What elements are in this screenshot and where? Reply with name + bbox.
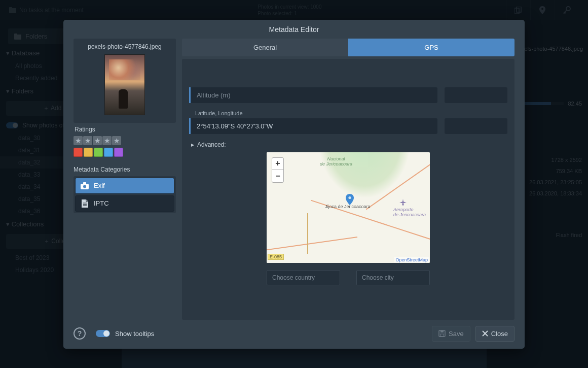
gps-form: Latitude, Longitude ▸ Advanced: (182, 59, 514, 320)
map-zoom-out[interactable]: − (272, 170, 283, 182)
map-route-tag: E-085 (268, 254, 284, 260)
map-zoom-controls: + − (272, 157, 284, 183)
map-pin-icon (346, 194, 354, 205)
map-park-label: Nacional de Jericoacoara (320, 156, 352, 166)
metadata-editor-modal: Metadata Editor pexels-photo-4577846.jpe… (63, 20, 525, 349)
map[interactable]: Nacional de Jericoacoara Jijoca de Jeric… (267, 152, 430, 263)
filename-text: pexels-photo-4577846.jpeg (78, 43, 172, 50)
category-exif[interactable]: Exif (75, 178, 174, 194)
country-dropdown[interactable]: Choose country (267, 270, 340, 285)
color-labels (74, 148, 176, 157)
map-airport-label: Aeroporto de Jericoacoara (393, 207, 426, 217)
svg-rect-13 (83, 182, 86, 184)
svg-point-18 (348, 196, 351, 198)
close-icon (482, 330, 488, 337)
tooltips-label: Show tooltips (115, 330, 154, 338)
latlon-field[interactable] (189, 118, 437, 134)
latlon-aux[interactable] (445, 118, 507, 134)
category-label: Exif (94, 182, 105, 189)
star-icon[interactable]: ★ (102, 136, 112, 145)
help-icon[interactable]: ? (74, 327, 86, 340)
ratings-label: Ratings (75, 126, 175, 133)
airport-icon (399, 199, 407, 206)
tab-bar: General GPS (182, 39, 514, 56)
svg-rect-20 (440, 330, 444, 332)
document-icon (81, 199, 89, 208)
latlon-label: Latitude, Longitude (195, 110, 507, 116)
categories-label: Metadata Categories (74, 166, 176, 173)
latlon-input[interactable] (191, 118, 437, 134)
star-icon[interactable]: ★ (83, 136, 92, 145)
city-dropdown[interactable]: Choose city (356, 270, 430, 285)
color-swatch-red[interactable] (74, 148, 83, 157)
category-iptc[interactable]: IPTC (75, 195, 174, 212)
svg-point-14 (83, 185, 86, 188)
tooltips-toggle[interactable] (96, 330, 110, 337)
file-panel: pexels-photo-4577846.jpeg (74, 39, 176, 123)
map-attribution[interactable]: OpenStreetMap (394, 257, 429, 262)
categories-list: Exif IPTC (74, 176, 176, 213)
color-swatch-green[interactable] (94, 148, 103, 157)
altitude-aux[interactable] (445, 87, 507, 103)
modal-footer: ? Show tooltips Save Close (63, 320, 525, 349)
modal-overlay: Metadata Editor pexels-photo-4577846.jpe… (0, 0, 588, 368)
star-icon[interactable]: ★ (74, 136, 83, 145)
photo-thumbnail[interactable] (104, 54, 145, 115)
save-icon (438, 330, 446, 337)
altitude-input[interactable] (191, 87, 437, 103)
star-icon[interactable]: ★ (93, 136, 102, 145)
close-button[interactable]: Close (475, 326, 514, 342)
map-zoom-in[interactable]: + (272, 158, 283, 170)
chevron-right-icon: ▸ (191, 141, 194, 148)
color-swatch-purple[interactable] (114, 148, 123, 157)
altitude-field[interactable] (189, 87, 437, 103)
category-label: IPTC (94, 199, 109, 207)
camera-icon (81, 182, 89, 190)
save-button[interactable]: Save (432, 326, 470, 342)
advanced-toggle[interactable]: ▸ Advanced: (191, 141, 507, 148)
color-swatch-blue[interactable] (104, 148, 113, 157)
color-swatch-yellow[interactable] (84, 148, 93, 157)
star-icon[interactable]: ★ (112, 136, 121, 145)
star-rating[interactable]: ★ ★ ★ ★ ★ (74, 136, 176, 145)
tab-general[interactable]: General (182, 39, 348, 56)
modal-title: Metadata Editor (63, 20, 525, 39)
tab-gps[interactable]: GPS (348, 39, 514, 56)
